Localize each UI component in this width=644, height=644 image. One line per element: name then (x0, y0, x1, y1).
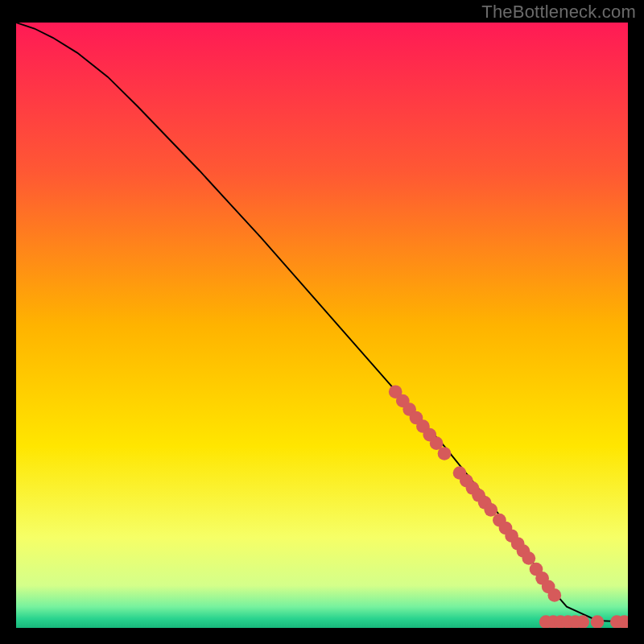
chart-svg (16, 23, 628, 628)
data-dot (522, 551, 536, 565)
chart-plot-area (16, 23, 628, 628)
chart-frame: TheBottleneck.com (0, 0, 644, 644)
gradient-background (16, 23, 628, 628)
data-dot (576, 615, 589, 628)
data-dot (438, 447, 452, 460)
data-dot (591, 615, 605, 628)
data-dot (484, 503, 497, 517)
attribution-label: TheBottleneck.com (481, 2, 636, 23)
data-dot (547, 588, 561, 602)
